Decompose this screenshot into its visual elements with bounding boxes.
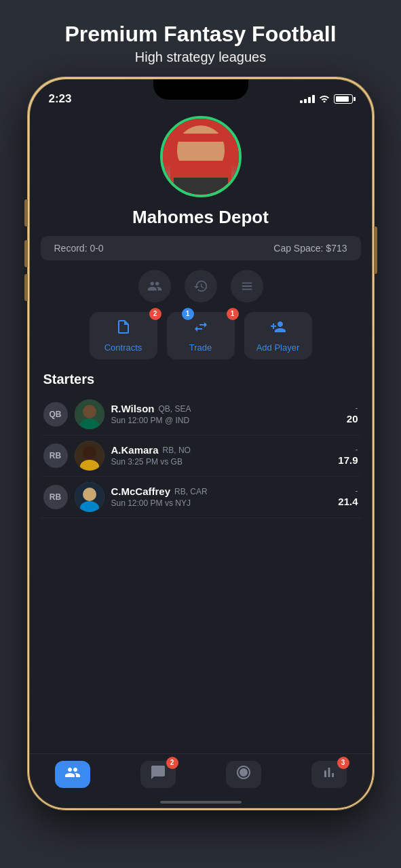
page-header: Premium Fantasy Football High strategy l… [51, 0, 349, 77]
phone-screen: 2:23 [30, 79, 372, 808]
player-game: Sun 12:00 PM vs NYJ [111, 498, 332, 508]
roster-tab-icon-wrap [55, 761, 90, 788]
trade-icon [193, 319, 209, 339]
tab-bar: 2 3 [30, 753, 372, 808]
score-dash: - [347, 403, 358, 413]
status-icons [300, 94, 353, 104]
roster-tab-icon [64, 764, 81, 785]
starters-title: Starters [41, 372, 361, 387]
record-label: Record: 0-0 [54, 243, 104, 254]
tab-stats[interactable]: 3 [311, 761, 347, 788]
chat-tab-icon [150, 764, 166, 785]
battery-icon [334, 94, 353, 104]
chat-tab-badge: 2 [166, 757, 178, 769]
contracts-label: Contracts [104, 342, 142, 353]
player-image [163, 119, 239, 195]
tab-chat[interactable]: 2 [140, 761, 176, 788]
player-info-kamara: A.Kamara RB, NO Sun 3:25 PM vs GB [111, 444, 332, 467]
score-value: 20 [347, 413, 358, 425]
player-info-rwilson: R.Wilson QB, SEA Sun 12:00 PM @ IND [111, 403, 340, 425]
player-avatar-mccaffrey [75, 482, 104, 512]
contracts-icon [115, 319, 132, 339]
trade-button[interactable]: 1 1 Trade [167, 312, 235, 359]
add-player-icon [270, 319, 286, 339]
football-tab-icon-wrap [226, 761, 261, 788]
player-pos-team: RB, CAR [174, 487, 208, 496]
player-avatar-rwilson [75, 399, 104, 429]
stats-tab-icon-wrap: 3 [311, 761, 347, 788]
player-name: R.Wilson [111, 403, 155, 414]
score-dash: - [338, 486, 358, 496]
player-pos-team: RB, NO [163, 446, 191, 455]
svg-point-7 [83, 488, 96, 501]
contracts-badge: 2 [149, 308, 161, 320]
add-player-label: Add Player [256, 342, 300, 353]
contracts-button[interactable]: 2 Contracts [90, 312, 157, 359]
wifi-icon [319, 94, 330, 104]
trade-badge-right: 1 [227, 308, 239, 320]
score-dash: - [338, 445, 358, 454]
team-name: Mahomes Depot [41, 207, 361, 228]
player-game: Sun 3:25 PM vs GB [111, 457, 332, 467]
phone-shell: 2:23 [28, 77, 374, 810]
player-score-rwilson: - 20 [347, 403, 358, 425]
football-tab-icon [235, 764, 252, 785]
table-row: RB C.McCaffrey RB, CAR Sun 12:00 PM vs N… [41, 477, 361, 518]
tab-football[interactable] [226, 761, 261, 788]
page-title: Premium Fantasy Football [64, 22, 336, 47]
position-badge-rb2: RB [43, 485, 68, 509]
screen-content: Mahomes Depot Record: 0-0 Cap Space: $71… [30, 109, 372, 518]
team-avatar [160, 116, 242, 197]
player-pos-team: QB, SEA [159, 404, 191, 414]
player-name: C.McCaffrey [111, 486, 171, 497]
svg-point-1 [83, 405, 96, 418]
tab-roster[interactable] [55, 761, 90, 788]
history-icon-btn[interactable] [185, 270, 217, 302]
position-badge-rb1: RB [43, 443, 68, 468]
table-row: QB R.Wilson QB, SEA Sun 12:00 PM @ IND [41, 394, 361, 435]
svg-point-4 [83, 446, 96, 460]
signal-icon [300, 95, 315, 103]
stats-tab-icon [321, 764, 337, 785]
menu-icon-btn[interactable] [231, 270, 263, 302]
stats-tab-badge: 3 [337, 757, 349, 769]
trade-label: Trade [189, 342, 212, 353]
home-indicator [160, 801, 242, 804]
trade-badge-left: 1 [182, 308, 194, 320]
score-value: 21.4 [338, 496, 358, 507]
player-info-mccaffrey: C.McCaffrey RB, CAR Sun 12:00 PM vs NYJ [111, 486, 332, 508]
player-avatar-kamara [75, 441, 104, 471]
icon-row [41, 270, 361, 302]
action-row: 2 Contracts 1 1 Trade [41, 312, 361, 359]
cap-space-label: Cap Space: $713 [273, 243, 347, 254]
position-badge-qb: QB [43, 402, 68, 427]
status-time: 2:23 [49, 92, 72, 106]
status-bar: 2:23 [30, 79, 372, 109]
player-score-kamara: - 17.9 [338, 445, 358, 466]
page-subtitle: High strategy leagues [64, 50, 336, 65]
table-row: RB A.Kamara RB, NO Sun 3:25 PM vs GB [41, 435, 361, 477]
player-game: Sun 12:00 PM @ IND [111, 416, 340, 425]
stats-bar: Record: 0-0 Cap Space: $713 [41, 236, 361, 260]
score-value: 17.9 [338, 454, 358, 466]
chat-tab-icon-wrap: 2 [140, 761, 176, 788]
player-score-mccaffrey: - 21.4 [338, 486, 358, 507]
roster-icon-btn[interactable] [138, 270, 171, 302]
player-name: A.Kamara [111, 444, 159, 456]
add-player-button[interactable]: Add Player [244, 312, 312, 359]
avatar-section [41, 116, 361, 197]
